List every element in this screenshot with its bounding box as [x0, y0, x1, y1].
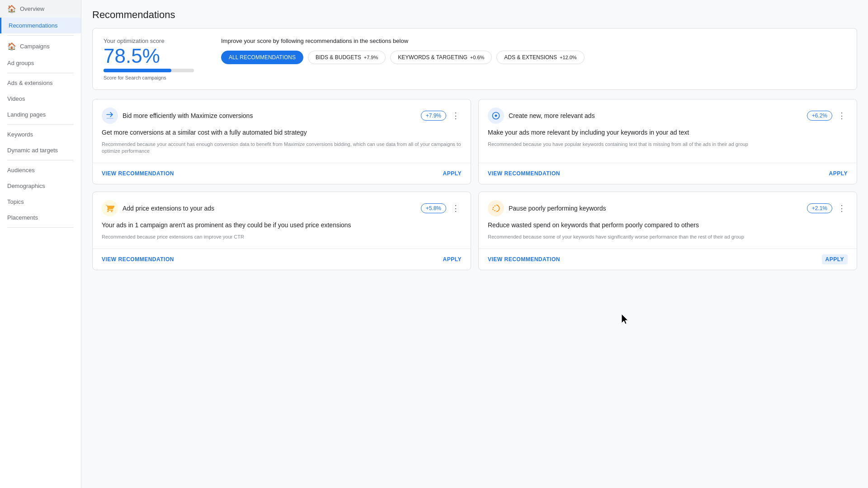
view-recommendation-button[interactable]: VIEW RECOMMENDATION: [488, 254, 560, 264]
rec-title-row: Add price extensions to your ads: [102, 200, 214, 216]
score-label: Your optimization score: [104, 38, 203, 44]
rec-title: Create new, more relevant ads: [509, 112, 595, 119]
rec-title: Pause poorly performing keywords: [509, 205, 606, 212]
rec-card-price-extensions: Add price extensions to your ads +5.8% ⋮…: [92, 192, 471, 270]
apply-button[interactable]: APPLY: [829, 169, 848, 178]
rec-title-row: Bid more efficiently with Maximize conve…: [102, 108, 253, 124]
filter-label: ALL RECOMMENDATIONS: [229, 54, 296, 61]
apply-button[interactable]: APPLY: [822, 254, 848, 264]
rec-card-header: Pause poorly performing keywords +2.1% ⋮: [488, 200, 848, 216]
score-value: 78.5%: [104, 46, 203, 66]
filter-btn-bids[interactable]: BIDS & BUDGETS +7.9%: [308, 51, 386, 64]
sidebar-divider-5: [7, 227, 74, 228]
sidebar-item-demographics[interactable]: Demographics: [0, 178, 81, 194]
rec-card-header: Add price extensions to your ads +5.8% ⋮: [102, 200, 462, 216]
sidebar-item-placements[interactable]: Placements: [0, 210, 81, 225]
main-content: Recommendations Your optimization score …: [81, 0, 868, 488]
rec-badge: +2.1%: [807, 203, 832, 213]
rec-detail: Recommended because some of your keyword…: [488, 234, 848, 240]
filter-btn-ads[interactable]: ADS & EXTENSIONS +12.0%: [496, 51, 584, 64]
filter-label: BIDS & BUDGETS: [316, 54, 361, 61]
rec-badge: +5.8%: [421, 203, 446, 213]
sidebar-item-landing-pages[interactable]: Landing pages: [0, 107, 81, 122]
more-options-icon[interactable]: ⋮: [450, 110, 462, 122]
rec-icon-trend: [102, 108, 118, 124]
rec-icon-pause: [488, 200, 504, 216]
svg-point-0: [495, 115, 497, 117]
sidebar-item-label: Placements: [7, 214, 38, 221]
apply-button[interactable]: APPLY: [443, 254, 462, 264]
filter-btn-all[interactable]: ALL RECOMMENDATIONS: [221, 51, 303, 64]
sidebar-item-label: Videos: [7, 95, 25, 102]
rec-card-footer: VIEW RECOMMENDATION APPLY: [479, 163, 857, 184]
filter-buttons: ALL RECOMMENDATIONS BIDS & BUDGETS +7.9%…: [221, 51, 846, 64]
view-recommendation-button[interactable]: VIEW RECOMMENDATION: [488, 169, 560, 178]
rec-card-maximize-conversions: Bid more efficiently with Maximize conve…: [92, 99, 471, 184]
rec-card-footer: VIEW RECOMMENDATION APPLY: [93, 249, 471, 270]
filter-badge: +0.6%: [470, 55, 485, 60]
rec-title-row: Create new, more relevant ads: [488, 108, 595, 124]
sidebar-divider-3: [7, 124, 74, 125]
sidebar-divider-1: [7, 35, 74, 36]
sidebar-item-label: Ads & extensions: [7, 80, 52, 86]
filter-badge: +7.9%: [364, 55, 378, 60]
recommendations-grid: Bid more efficiently with Maximize conve…: [92, 99, 857, 270]
sidebar-item-label: Overview: [20, 5, 44, 12]
sidebar-item-audiences[interactable]: Audiences: [0, 162, 81, 178]
filter-label: KEYWORDS & TARGETING: [398, 54, 467, 61]
sidebar-item-campaigns[interactable]: 🏠 Campaigns: [0, 38, 81, 55]
filter-label: ADS & EXTENSIONS: [504, 54, 557, 61]
rec-card-body: Add price extensions to your ads +5.8% ⋮…: [93, 192, 471, 249]
score-bar-fill: [104, 69, 171, 72]
optimization-score-card: Your optimization score 78.5% Score for …: [92, 28, 857, 90]
sidebar-item-label: Campaigns: [20, 43, 50, 50]
rec-title: Add price extensions to your ads: [123, 205, 214, 212]
sidebar-item-label: Audiences: [7, 167, 35, 174]
rec-title: Bid more efficiently with Maximize conve…: [123, 112, 253, 119]
sidebar-item-label: Dynamic ad targets: [7, 147, 58, 154]
score-bar-container: [104, 69, 194, 72]
rec-card-body: Bid more efficiently with Maximize conve…: [93, 99, 471, 163]
more-options-icon[interactable]: ⋮: [450, 202, 462, 214]
sidebar-item-ads-extensions[interactable]: Ads & extensions: [0, 75, 81, 91]
apply-button[interactable]: APPLY: [443, 169, 462, 178]
rec-detail: Recommended because your account has eno…: [102, 141, 462, 155]
rec-card-pause-keywords: Pause poorly performing keywords +2.1% ⋮…: [478, 192, 857, 270]
improve-text: Improve your score by following recommen…: [221, 38, 846, 44]
sidebar-item-topics[interactable]: Topics: [0, 194, 81, 210]
overview-icon: 🏠: [7, 5, 16, 13]
score-sublabel: Score for Search campaigns: [104, 75, 203, 80]
sidebar-item-dynamic-ad-targets[interactable]: Dynamic ad targets: [0, 142, 81, 158]
view-recommendation-button[interactable]: VIEW RECOMMENDATION: [102, 169, 174, 178]
rec-card-header: Create new, more relevant ads +6.2% ⋮: [488, 108, 848, 124]
rec-description: Make your ads more relevant by including…: [488, 128, 848, 137]
rec-description: Your ads in 1 campaign aren't as promine…: [102, 221, 462, 230]
rec-badge: +7.9%: [421, 111, 446, 121]
filter-btn-keywords[interactable]: KEYWORDS & TARGETING +0.6%: [390, 51, 492, 64]
page-title: Recommendations: [92, 9, 857, 21]
sidebar-divider-4: [7, 160, 74, 160]
sidebar-item-label: Ad groups: [7, 60, 34, 66]
view-recommendation-button[interactable]: VIEW RECOMMENDATION: [102, 254, 174, 264]
sidebar-item-overview[interactable]: 🏠 Overview: [0, 0, 81, 18]
filter-badge: +12.0%: [560, 55, 577, 60]
sidebar-item-keywords[interactable]: Keywords: [0, 127, 81, 142]
rec-badge: +6.2%: [807, 111, 832, 121]
rec-description: Reduce wasted spend on keywords that per…: [488, 221, 848, 230]
sidebar-item-ad-groups[interactable]: Ad groups: [0, 55, 81, 71]
sidebar-divider-2: [7, 73, 74, 73]
sidebar-item-label: Landing pages: [7, 111, 46, 118]
more-options-icon[interactable]: ⋮: [836, 110, 848, 122]
rec-icon-cart: [102, 200, 118, 216]
sidebar-item-videos[interactable]: Videos: [0, 91, 81, 107]
sidebar-item-recommendations[interactable]: Recommendations: [0, 18, 81, 33]
sidebar-item-label: Keywords: [7, 131, 33, 138]
rec-icon-ads: [488, 108, 504, 124]
more-options-icon[interactable]: ⋮: [836, 202, 848, 214]
rec-card-body: Create new, more relevant ads +6.2% ⋮ Ma…: [479, 99, 857, 163]
rec-detail: Recommended because price extensions can…: [102, 234, 462, 240]
rec-card-header: Bid more efficiently with Maximize conve…: [102, 108, 462, 124]
score-section: Your optimization score 78.5% Score for …: [104, 38, 203, 80]
rec-card-footer: VIEW RECOMMENDATION APPLY: [93, 163, 471, 184]
rec-detail: Recommended because you have popular key…: [488, 141, 848, 148]
